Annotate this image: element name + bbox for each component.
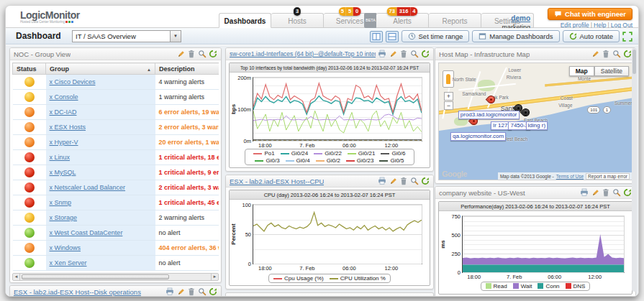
column-layout-button[interactable] [370,31,383,42]
status-ball [24,77,35,87]
panel-title-link[interactable]: ESX - lab2.iad-ESX Host--Disk operations [14,288,141,296]
panel-title-link[interactable]: sw-core1.iad-Interfaces (64 bit)--@defau… [230,50,376,57]
group-link[interactable]: x DC-IAD [50,108,77,116]
performance-chart: Performance(day) 2013-02-06 16:24 to 201… [438,201,632,295]
zoom-icon[interactable] [198,50,207,58]
report-map-error-link[interactable]: Report a map error [586,173,630,180]
map-zoom-out-button[interactable]: − [444,101,453,110]
group-link[interactable]: x Xen Server [50,259,87,267]
panel-title-link[interactable]: ESX - lab2.iad-ESX Host--CPU [230,177,324,185]
interfaces-plot: 0m100m200m18:007. Feb06:0012:00 [253,77,422,142]
legend-item: Cpu Usage (%) [273,275,324,282]
group-cell: x Snmp [46,195,155,210]
dashboard-select[interactable]: IT / SAAS Overview ▼ [72,30,181,42]
table-row: x West Coast DataCenterno alert [13,226,219,241]
status-cell [13,241,46,256]
group-link[interactable]: x Windows [50,244,81,251]
print-icon[interactable] [165,287,174,296]
edit-icon[interactable] [176,287,185,296]
scroll-right-arrow[interactable]: ► [211,274,218,280]
group-link[interactable]: x ESX Hosts [50,124,86,131]
terms-of-use-link[interactable]: Terms of Use [556,174,584,179]
legend-item: Gi0/3 [255,157,279,164]
group-link[interactable]: x Hyper-V [50,139,78,146]
panel-cut-off [225,292,434,296]
delete-icon[interactable] [399,177,408,185]
refresh-icon[interactable] [421,50,430,58]
satellite-view-button[interactable]: Satellite [594,66,629,76]
username-link[interactable]: demo [511,14,530,22]
fullscreen-icon[interactable] [622,32,632,42]
refresh-icon[interactable] [209,50,217,58]
auto-rotate-button[interactable]: Auto rotate [563,30,620,42]
legend-swatch [330,278,338,279]
infrastructure-map[interactable]: Map Satellite + − Google Map data ©2013 … [438,62,632,180]
vertical-scrollbar[interactable] [632,48,637,292]
refresh-icon[interactable] [623,50,632,58]
horizontal-scrollbar[interactable]: ◄ ► [12,273,219,281]
delete-icon[interactable] [187,50,196,58]
status-cell [13,135,46,150]
delete-icon[interactable] [399,50,408,58]
refresh-icon[interactable] [209,287,217,296]
print-icon[interactable] [580,188,589,197]
group-link[interactable]: x Cisco Devices [50,78,96,85]
group-link[interactable]: x MySQL [50,169,76,176]
chat-with-engineer-button[interactable]: Chat with engineer [548,8,632,20]
manage-dashboards-button[interactable]: Manage Dashboards [472,30,559,42]
panel-company-website: company website - US-West Performance(da… [435,186,636,296]
group-cell: x Hyper-V [46,135,155,150]
clock-icon [408,32,416,40]
group-link[interactable]: x Storage [50,214,78,221]
column-header-status[interactable]: Status [13,63,46,75]
delete-icon[interactable] [602,188,610,197]
edit-icon[interactable] [591,188,599,197]
scrollbar-thumb[interactable] [22,274,169,279]
map-view-button[interactable]: Map [569,66,594,76]
noc-table: Status Group▲ Description x Cisco Device… [12,62,219,272]
legend-swatch [316,160,325,162]
set-time-range-button[interactable]: Set time range [402,30,470,42]
scroll-left-arrow[interactable]: ◄ [13,274,20,280]
group-link[interactable]: x Snmp [50,199,72,206]
zoom-icon[interactable] [612,188,621,197]
print-icon[interactable] [378,177,386,185]
print-icon[interactable] [378,50,386,58]
map-host-label[interactable]: prod3.iad.logicmonitor [458,111,520,119]
group-link[interactable]: x Console [50,93,78,101]
map-host-label[interactable]: qa.logicmonitor.com [450,132,506,141]
legend-item: Read [486,283,507,290]
description-cell: 2 critical alerts, 3 warning alerts [155,180,219,195]
row-layout-button[interactable] [386,31,399,42]
zoom-icon[interactable] [410,177,419,185]
edit-icon[interactable] [389,177,397,185]
zoom-icon[interactable] [410,50,419,58]
group-link[interactable]: x West Coast DataCenter [50,229,123,236]
status-ball [24,152,35,162]
zoom-icon[interactable] [612,50,621,58]
refresh-icon[interactable] [421,177,430,185]
refresh-icon[interactable] [623,188,632,197]
delete-icon[interactable] [602,50,610,58]
zoom-icon[interactable] [198,287,207,296]
edit-icon[interactable] [389,50,397,58]
tab-hosts[interactable]: Hosts 3 [271,13,324,28]
google-logo: Google [442,170,467,178]
status-ball [24,137,35,147]
map-host-label[interactable]: lding r) [526,121,548,130]
column-header-group[interactable]: Group▲ [46,63,155,75]
column-header-description[interactable]: Description [155,63,219,75]
edit-icon[interactable] [591,50,599,58]
tab-services[interactable]: Services 550 BETA [324,13,376,28]
map-zoom-in-button[interactable]: + [444,92,453,101]
group-link[interactable]: x Netscaler Load Balancer [50,184,126,191]
group-link[interactable]: x Linux [50,154,71,161]
edit-icon[interactable] [176,50,185,58]
tab-reports[interactable]: Reports [429,13,481,28]
tab-dashboards[interactable]: Dashboards [219,13,271,28]
tab-alerts[interactable]: Alerts 733164 [376,13,429,28]
table-row: x Netscaler Load Balancer2 critical aler… [13,180,219,195]
scrollbar-thumb[interactable] [632,50,636,74]
delete-icon[interactable] [187,287,196,296]
group-cell: x Linux [46,150,155,165]
